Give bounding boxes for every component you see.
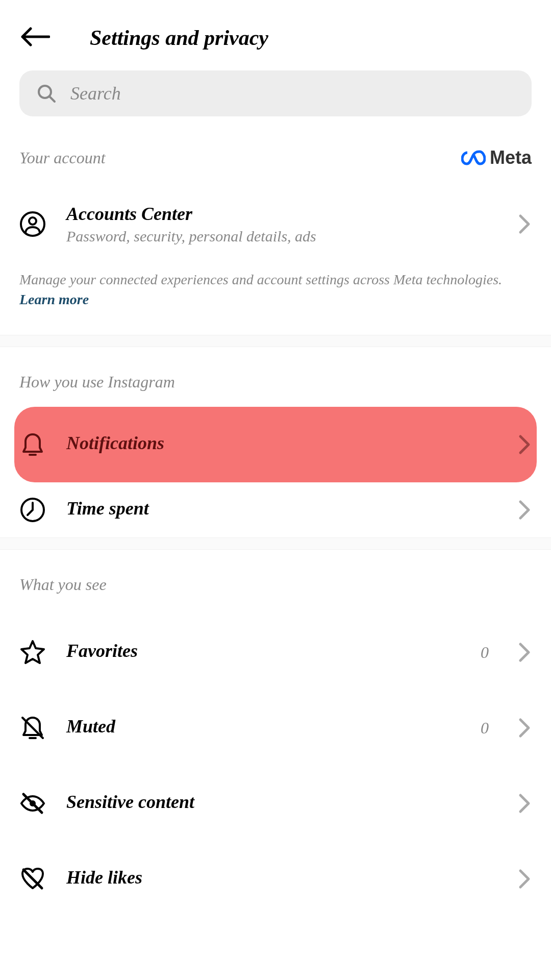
favorites-item[interactable]: Favorites 0 (0, 625, 551, 680)
accounts-center-title: Accounts Center (66, 203, 497, 225)
meta-infinity-icon (461, 150, 486, 166)
time-spent-item[interactable]: Time spent (0, 482, 551, 537)
muted-label: Muted (66, 716, 460, 737)
sensitive-content-label: Sensitive content (66, 791, 497, 813)
usage-section-label: How you use Instagram (0, 347, 551, 407)
bell-icon (19, 431, 46, 458)
heart-off-icon (19, 866, 46, 892)
favorites-label: Favorites (66, 640, 460, 662)
chevron-right-icon (517, 717, 532, 739)
search-input[interactable]: Search (19, 70, 532, 116)
page-title: Settings and privacy (90, 26, 268, 50)
hide-likes-item[interactable]: Hide likes (0, 851, 551, 906)
chevron-right-icon (517, 499, 532, 521)
star-icon (19, 639, 46, 666)
arrow-left-icon (19, 27, 50, 47)
search-icon (37, 84, 56, 103)
sensitive-content-item[interactable]: Sensitive content (0, 776, 551, 831)
see-section-label: What you see (0, 550, 551, 609)
chevron-right-icon (517, 641, 532, 664)
meta-logo: Meta (461, 147, 532, 168)
learn-more-link[interactable]: Learn more (19, 291, 89, 307)
section-divider (0, 537, 551, 550)
accounts-center-subtitle: Password, security, personal details, ad… (66, 228, 497, 245)
notifications-label: Notifications (66, 432, 497, 454)
user-circle-icon (19, 211, 46, 237)
meta-text: Meta (490, 147, 532, 168)
section-divider (0, 335, 551, 347)
eye-off-icon (19, 790, 46, 817)
time-spent-label: Time spent (66, 498, 497, 519)
svg-point-2 (29, 217, 36, 225)
notifications-item[interactable]: Notifications (14, 407, 537, 482)
chevron-right-icon (517, 792, 532, 815)
bell-off-icon (19, 715, 46, 741)
muted-item[interactable]: Muted 0 (0, 700, 551, 755)
back-button[interactable] (19, 27, 50, 49)
accounts-center-item[interactable]: Accounts Center Password, security, pers… (0, 189, 551, 259)
search-placeholder: Search (70, 83, 121, 104)
account-description: Manage your connected experiences and ac… (0, 259, 551, 335)
hide-likes-label: Hide likes (66, 867, 497, 888)
muted-count: 0 (481, 719, 489, 738)
favorites-count: 0 (481, 643, 489, 662)
chevron-right-icon (517, 868, 532, 890)
chevron-right-icon (517, 433, 532, 456)
account-section-label: Your account (19, 149, 106, 167)
chevron-right-icon (517, 213, 532, 235)
clock-icon (19, 497, 46, 523)
